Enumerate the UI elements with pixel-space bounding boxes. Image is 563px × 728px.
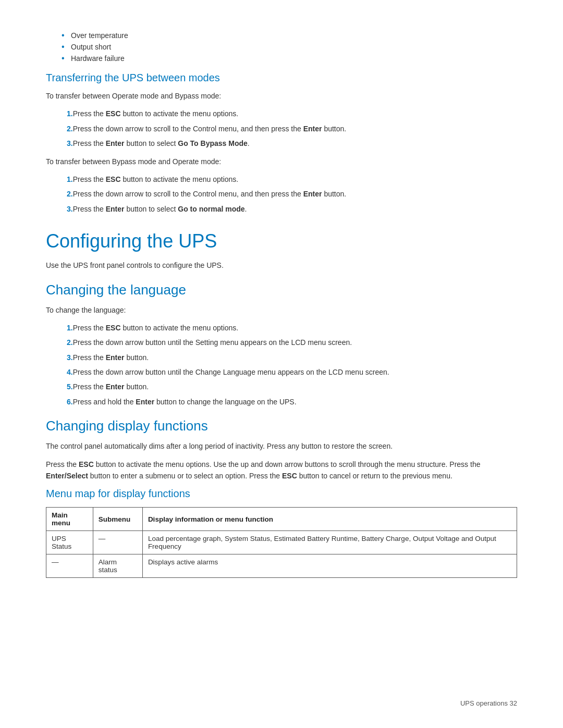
row1-main-menu: UPS Status [46, 531, 93, 554]
step-bto-1: 1. Press the ESC button to activate the … [46, 174, 517, 185]
col-header-main-menu: Main menu [46, 508, 93, 531]
menu-map-heading: Menu map for display functions [46, 488, 517, 500]
row2-main-menu: — [46, 554, 93, 578]
top-bullet-list: Over temperature Output short Hardware f… [62, 31, 517, 63]
row2-display-info: Displays active alarms [142, 554, 517, 578]
operate-to-bypass-steps: 1. Press the ESC button to activate the … [46, 108, 517, 149]
step-bto-3: 3. Press the Enter button to select Go t… [46, 203, 517, 215]
row1-display-info: Load percentage graph, System Status, Es… [142, 531, 517, 554]
configuring-intro: Use the UPS front panel controls to conf… [46, 260, 517, 271]
bypass-to-operate-steps: 1. Press the ESC button to activate the … [46, 174, 517, 215]
col-header-submenu: Submenu [93, 508, 142, 531]
table-row-1: UPS Status — Load percentage graph, Syst… [46, 531, 517, 554]
step-bto-2: 2. Press the down arrow to scroll to the… [46, 188, 517, 200]
bypass-to-operate-intro: To transfer between Bypass mode and Oper… [46, 156, 517, 167]
step-otb-1: 1. Press the ESC button to activate the … [46, 108, 517, 119]
table-row-2: — Alarm status Displays active alarms [46, 554, 517, 578]
changing-language-steps: 1. Press the ESC button to activate the … [46, 322, 517, 408]
lang-step-1: 1. Press the ESC button to activate the … [46, 322, 517, 334]
bullet-item-2: Output short [62, 43, 517, 51]
step-otb-3: 3. Press the Enter button to select Go T… [46, 138, 517, 149]
operate-to-bypass-intro: To transfer between Operate mode and Byp… [46, 90, 517, 102]
row2-submenu: Alarm status [93, 554, 142, 578]
changing-language-heading: Changing the language [46, 282, 517, 298]
configuring-heading: Configuring the UPS [46, 230, 517, 252]
display-para2: Press the ESC button to activate the men… [46, 459, 517, 482]
lang-step-2: 2. Press the down arrow button until the… [46, 337, 517, 348]
lang-step-3: 3. Press the Enter button. [46, 352, 517, 363]
footer-text: UPS operations 32 [460, 699, 517, 707]
transferring-heading: Transferring the UPS between modes [46, 72, 517, 84]
step-otb-2: 2. Press the down arrow to scroll to the… [46, 123, 517, 134]
bullet-item-1: Over temperature [62, 31, 517, 40]
col-header-display-info: Display information or menu function [142, 508, 517, 531]
lang-step-6: 6. Press and hold the Enter button to ch… [46, 396, 517, 408]
display-para1: The control panel automatically dims aft… [46, 440, 517, 452]
row1-submenu: — [93, 531, 142, 554]
lang-step-4: 4. Press the down arrow button until the… [46, 366, 517, 378]
changing-display-heading: Changing display functions [46, 418, 517, 434]
menu-map-table: Main menu Submenu Display information or… [46, 507, 517, 578]
lang-step-5: 5. Press the Enter button. [46, 381, 517, 392]
page-footer: UPS operations 32 [460, 699, 517, 707]
changing-language-intro: To change the language: [46, 304, 517, 316]
bullet-item-3: Hardware failure [62, 54, 517, 63]
